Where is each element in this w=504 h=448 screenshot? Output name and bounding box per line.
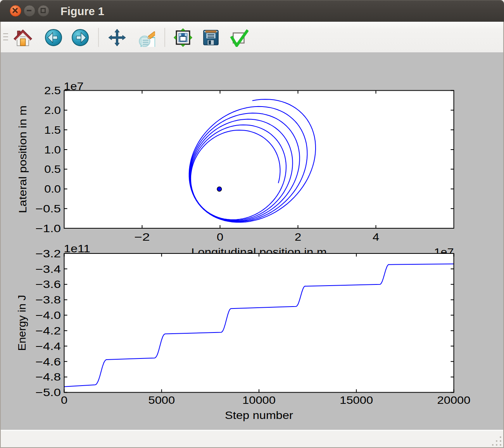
svg-text:2.5: 2.5 bbox=[44, 85, 61, 96]
svg-text:−3.4: −3.4 bbox=[36, 264, 61, 275]
svg-text:0.5: 0.5 bbox=[44, 164, 61, 175]
svg-text:−3.8: −3.8 bbox=[36, 294, 61, 306]
svg-text:−4.6: −4.6 bbox=[35, 356, 61, 368]
svg-text:−4.8: −4.8 bbox=[35, 371, 61, 383]
svg-text:1e11: 1e11 bbox=[64, 243, 91, 255]
svg-text:15000: 15000 bbox=[340, 395, 373, 406]
svg-text:0: 0 bbox=[61, 395, 67, 406]
svg-text:2.0: 2.0 bbox=[44, 105, 61, 116]
svg-text:−0.5: −0.5 bbox=[36, 203, 61, 215]
svg-text:1.0: 1.0 bbox=[44, 144, 61, 156]
svg-text:Energy in J: Energy in J bbox=[16, 295, 28, 351]
svg-text:0: 0 bbox=[217, 231, 223, 243]
svg-text:2: 2 bbox=[295, 231, 301, 243]
svg-text:10000: 10000 bbox=[242, 395, 276, 406]
svg-text:0.0: 0.0 bbox=[44, 183, 61, 195]
svg-text:1e7: 1e7 bbox=[64, 81, 84, 92]
svg-text:Lateral position in m: Lateral position in m bbox=[17, 105, 29, 213]
svg-text:5000: 5000 bbox=[148, 395, 175, 406]
svg-text:−4.0: −4.0 bbox=[36, 310, 61, 321]
svg-text:−5.0: −5.0 bbox=[36, 387, 61, 398]
svg-text:20000: 20000 bbox=[437, 395, 471, 406]
svg-text:4: 4 bbox=[373, 231, 379, 243]
svg-text:Step number: Step number bbox=[225, 410, 293, 421]
svg-text:−4.2: −4.2 bbox=[35, 325, 61, 337]
svg-text:−4.4: −4.4 bbox=[35, 341, 61, 352]
svg-text:−2: −2 bbox=[135, 231, 150, 243]
svg-text:−1.0: −1.0 bbox=[36, 223, 61, 234]
svg-text:−3.6: −3.6 bbox=[36, 279, 61, 290]
svg-text:−3.2: −3.2 bbox=[36, 248, 61, 260]
svg-text:1.5: 1.5 bbox=[44, 124, 61, 136]
